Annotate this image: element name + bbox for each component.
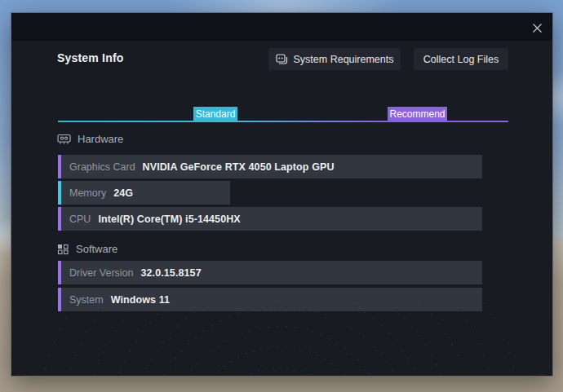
titlebar xyxy=(11,13,552,41)
cpu-value: Intel(R) Core(TM) i5-14450HX xyxy=(98,214,240,225)
system-row: System Windows 11 xyxy=(58,288,482,311)
app-grid-icon xyxy=(57,244,69,255)
cpu-label: CPU xyxy=(69,214,91,225)
driver-version-label: Driver Version xyxy=(69,267,134,279)
close-button[interactable] xyxy=(528,19,546,37)
driver-version-value: 32.0.15.8157 xyxy=(141,267,202,279)
software-section-title: Software xyxy=(76,243,117,255)
collect-log-files-button[interactable]: Collect Log Files xyxy=(414,48,508,70)
x-icon xyxy=(532,23,543,33)
system-label: System xyxy=(69,294,104,306)
hardware-section-header: Hardware xyxy=(57,133,123,145)
graphics-card-row: Graphics Card NVIDIA GeForce RTX 4050 La… xyxy=(58,155,482,178)
decorative-dot-arcs xyxy=(11,302,552,376)
memory-label: Memory xyxy=(69,187,106,199)
recommend-marker: Recommend xyxy=(388,107,447,121)
collect-log-files-label: Collect Log Files xyxy=(423,54,499,65)
graphics-card-label: Graphics Card xyxy=(69,161,135,173)
chat-requirements-icon xyxy=(276,54,288,65)
system-info-dialog: System Info System Requirements Collect … xyxy=(11,12,553,377)
graphics-card-value: NVIDIA GeForce RTX 4050 Laptop GPU xyxy=(143,161,335,173)
standard-marker: Standard xyxy=(193,107,237,121)
system-value: Windows 11 xyxy=(111,294,170,306)
gpu-card-icon xyxy=(57,134,71,145)
hardware-section-title: Hardware xyxy=(78,133,123,145)
memory-value: 24G xyxy=(113,187,133,199)
driver-version-row: Driver Version 32.0.15.8157 xyxy=(58,261,482,284)
page-title: System Info xyxy=(57,51,124,64)
system-requirements-label: System Requirements xyxy=(294,54,394,65)
memory-row: Memory 24G xyxy=(58,181,230,205)
standard-recommend-gradient-line xyxy=(58,121,508,122)
software-section-header: Software xyxy=(57,243,117,255)
cpu-row: CPU Intel(R) Core(TM) i5-14450HX xyxy=(58,207,482,231)
system-requirements-button[interactable]: System Requirements xyxy=(268,48,401,70)
